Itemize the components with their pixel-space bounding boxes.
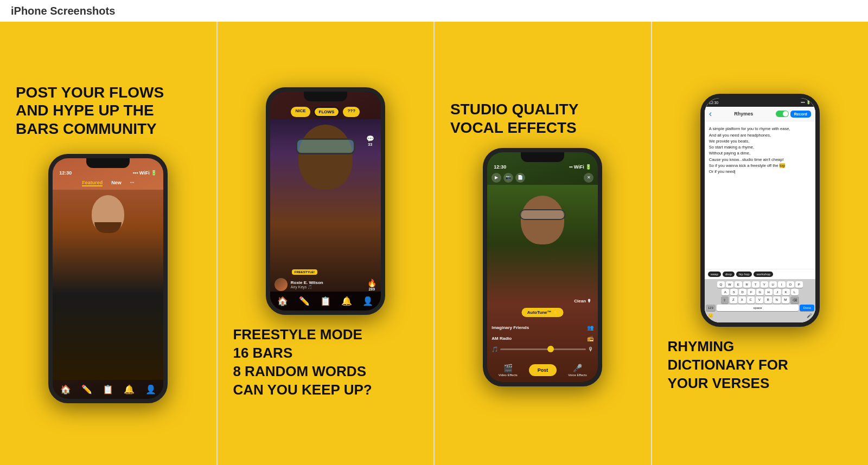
key-done[interactable]: Done	[800, 305, 814, 311]
key-mic[interactable]: 🎤	[807, 313, 812, 318]
nav2-list[interactable]: 📋	[320, 296, 331, 306]
key-space[interactable]: space	[717, 305, 799, 311]
imaginary-friends-label[interactable]: Imaginary Friends	[492, 325, 529, 330]
nav2-edit[interactable]: ✏️	[299, 296, 310, 306]
effect-row-2: AM Radio 📻	[492, 335, 593, 341]
key-n[interactable]: N	[773, 296, 781, 303]
p4-back-button[interactable]: ‹	[709, 109, 712, 119]
key-p[interactable]: P	[795, 281, 803, 288]
phone-nav-1: Featured New ···	[53, 177, 163, 190]
p4-title: Rhymes	[734, 111, 753, 117]
avatar-small	[275, 278, 288, 291]
tab-featured[interactable]: Featured	[82, 180, 103, 186]
user-name: Roxie E. Wilson	[291, 280, 323, 285]
tag-qqq[interactable]: ???	[343, 107, 360, 117]
autotune-pill[interactable]: AutoTune™ ⚡	[522, 308, 564, 317]
tag-row-2: NICE FLOWS ???	[270, 105, 381, 119]
p4-header: ‹ Rhymes Record	[705, 107, 815, 121]
tab-more[interactable]: ···	[130, 180, 135, 186]
p4-signal: ▪▪▪ 🔋	[801, 100, 810, 105]
nav2-user[interactable]: 👤	[362, 296, 373, 306]
key-shift[interactable]: ⇧	[721, 296, 729, 303]
nav-bell-icon[interactable]: 🔔	[124, 384, 135, 395]
key-t[interactable]: T	[752, 281, 760, 288]
key-j[interactable]: J	[774, 289, 781, 295]
fire-count: 🔥 289	[367, 279, 376, 291]
rhymes-toggle[interactable]	[776, 111, 789, 117]
key-e[interactable]: E	[735, 281, 742, 288]
key-z[interactable]: Z	[730, 296, 737, 303]
post-button[interactable]: Post	[529, 364, 557, 376]
panel-1-headline: POST YOUR FLOWS AND HYPE UP THE BARS COM…	[16, 83, 201, 138]
camera-btn[interactable]: 📷	[503, 173, 513, 183]
key-emoji[interactable]: 🙂	[708, 313, 713, 318]
nav-home-icon[interactable]: 🏠	[60, 384, 71, 395]
key-k[interactable]: K	[782, 289, 790, 295]
key-f[interactable]: F	[748, 289, 755, 295]
tag-nice[interactable]: NICE	[291, 107, 310, 117]
nav2-bell[interactable]: 🔔	[341, 296, 352, 306]
nav-user-icon[interactable]: 👤	[145, 384, 156, 395]
nav-list-icon[interactable]: 📋	[103, 384, 113, 395]
key-i[interactable]: I	[778, 281, 786, 288]
video-effects-item[interactable]: 🎬 Video Effects	[499, 364, 518, 377]
voice-effects-label: Voice Effects	[568, 373, 587, 377]
close-btn[interactable]: ✕	[584, 173, 593, 183]
comment-icon: 💬	[366, 135, 374, 143]
panel-3: STUDIO QUALITY VOCAL EFFECTS 12:30 ▪▪ Wi…	[433, 22, 651, 465]
p1-beard	[94, 222, 122, 233]
key-b[interactable]: B	[764, 296, 772, 303]
record-button[interactable]: Record	[790, 111, 811, 118]
word-tag-drop[interactable]: drop	[723, 272, 735, 277]
phone-screen-3: 12:30 ▪▪ WiFi 🔋 ▶ 📷 📄 ✕	[487, 152, 598, 382]
key-x[interactable]: X	[738, 296, 746, 303]
panel-2-phone: NICE FLOWS ??? 💬 33	[266, 87, 385, 315]
p4-text-line3: We provide you beats,	[709, 139, 750, 144]
key-r[interactable]: R	[743, 281, 751, 288]
phone3-top-bar: ▶ 📷 📄 ✕	[487, 171, 598, 185]
slider-track[interactable]	[500, 348, 586, 350]
user-info: Roxie E. Wilson Airy Keys 🎵	[291, 280, 323, 289]
word-tag-swap[interactable]: swap	[708, 272, 721, 277]
key-l[interactable]: L	[791, 289, 799, 295]
key-h[interactable]: H	[765, 289, 773, 295]
key-o[interactable]: O	[787, 281, 794, 288]
p4-word-tags: swap drop hip hop workshop	[705, 269, 815, 279]
key-a[interactable]: A	[722, 289, 729, 295]
user-avatar-wrap: FREESTYLE!	[275, 278, 288, 291]
key-delete[interactable]: ⌫	[790, 296, 799, 303]
word-tag-hiphop[interactable]: hip hop	[736, 272, 752, 277]
play-btn[interactable]: ▶	[492, 173, 501, 183]
key-w[interactable]: W	[726, 281, 733, 288]
p2-h2: 16 BARS	[233, 345, 292, 361]
tab-new[interactable]: New	[111, 180, 122, 186]
p4-text-line5: Without paying a dime,	[709, 151, 750, 156]
p4-h1: RHYMING	[667, 338, 734, 354]
nav2-home[interactable]: 🏠	[277, 296, 288, 306]
tag-flows[interactable]: FLOWS	[314, 107, 340, 117]
key-c[interactable]: C	[747, 296, 755, 303]
key-v[interactable]: V	[756, 296, 763, 303]
key-123[interactable]: 123	[706, 305, 716, 311]
am-radio-icon: 📻	[587, 335, 593, 341]
p4-text-area[interactable]: A simple platform for you to rhyme with …	[705, 121, 815, 269]
panel-4: 12:30 ▪▪▪ 🔋 ‹ Rhymes Record	[651, 22, 869, 465]
key-m[interactable]: M	[782, 296, 789, 303]
key-d[interactable]: D	[739, 289, 746, 295]
key-s[interactable]: S	[730, 289, 738, 295]
am-radio-label[interactable]: AM Radio	[492, 336, 512, 341]
key-q[interactable]: Q	[717, 281, 725, 288]
nav-edit-icon[interactable]: ✏️	[81, 384, 92, 395]
p3-h2: VOCAL EFFECTS	[450, 119, 577, 136]
key-g[interactable]: G	[756, 289, 764, 295]
top-bar: iPhone Screenshots	[0, 0, 868, 22]
key-u[interactable]: U	[769, 281, 777, 288]
slider-thumb	[547, 346, 554, 352]
panel-1: POST YOUR FLOWS AND HYPE UP THE BARS COM…	[0, 22, 216, 465]
voice-effects-item[interactable]: 🎤 Voice Effects	[568, 364, 587, 377]
p4-text-line4: So start making a rhyme,	[709, 145, 754, 150]
phone3-controls: ▶ 📷 📄	[492, 173, 525, 183]
key-y[interactable]: Y	[761, 281, 768, 288]
file-btn[interactable]: 📄	[515, 173, 525, 183]
word-tag-workshop[interactable]: workshop	[754, 272, 773, 277]
